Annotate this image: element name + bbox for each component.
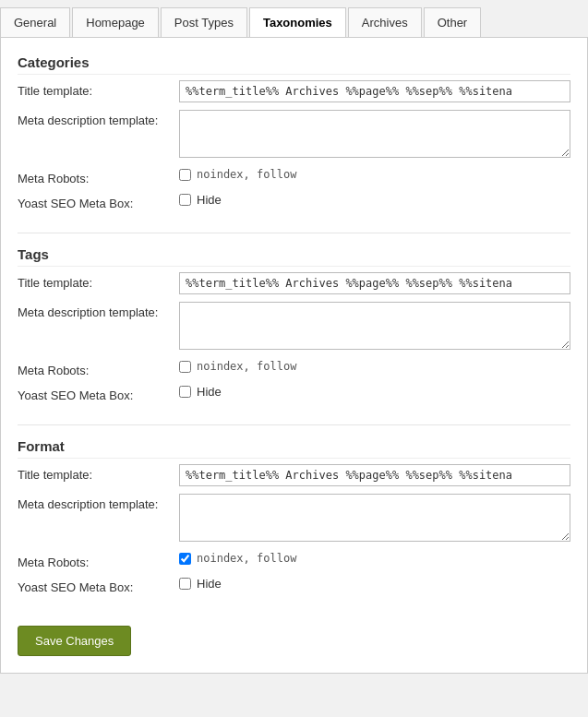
format-yoast-hide-label: Hide	[197, 577, 222, 591]
categories-title-template-label: Title template:	[18, 80, 179, 98]
categories-meta-robots-checkbox[interactable]	[179, 169, 191, 181]
categories-meta-desc-label: Meta description template:	[18, 110, 179, 127]
tags-meta-desc-row: Meta description template:	[18, 302, 570, 353]
categories-meta-robots-row: Meta Robots: noindex, follow	[18, 168, 570, 185]
categories-meta-desc-control	[179, 110, 570, 161]
format-meta-desc-label: Meta description template:	[18, 494, 179, 511]
section-categories: Categories Title template: Meta descript…	[18, 54, 570, 210]
tags-yoast-control: Hide	[179, 385, 570, 399]
tab-taxonomies[interactable]: Taxonomies	[249, 7, 346, 37]
format-yoast-control: Hide	[179, 577, 570, 591]
categories-meta-desc-textarea[interactable]	[179, 110, 570, 158]
section-tags: Tags Title template: Meta description te…	[18, 246, 570, 402]
categories-meta-robots-label: Meta Robots:	[18, 168, 179, 185]
tags-yoast-label: Yoast SEO Meta Box:	[18, 385, 179, 402]
tags-yoast-checkbox[interactable]	[179, 386, 191, 398]
tags-meta-robots-checkbox[interactable]	[179, 361, 191, 373]
tab-archives[interactable]: Archives	[348, 7, 422, 37]
categories-yoast-checkbox[interactable]	[179, 194, 191, 206]
format-meta-desc-textarea[interactable]	[179, 494, 570, 542]
tags-title-template-control	[179, 272, 570, 294]
format-yoast-label: Yoast SEO Meta Box:	[18, 577, 179, 594]
tab-bar: General Homepage Post Types Taxonomies A…	[0, 0, 588, 38]
format-title-template-label: Title template:	[18, 464, 179, 482]
tags-yoast-row: Yoast SEO Meta Box: Hide	[18, 385, 570, 402]
format-title-template-input[interactable]	[179, 464, 570, 486]
categories-yoast-row: Yoast SEO Meta Box: Hide	[18, 193, 570, 210]
format-meta-robots-checkbox[interactable]	[179, 553, 191, 565]
format-title-template-row: Title template:	[18, 464, 570, 486]
tab-other[interactable]: Other	[424, 7, 482, 37]
categories-title-template-row: Title template:	[18, 80, 570, 102]
categories-meta-desc-row: Meta description template:	[18, 110, 570, 161]
tags-title-template-input[interactable]	[179, 272, 570, 294]
format-meta-robots-value: noindex, follow	[197, 552, 296, 565]
save-changes-button[interactable]: Save Changes	[18, 626, 131, 656]
format-yoast-row: Yoast SEO Meta Box: Hide	[18, 577, 570, 594]
categories-meta-robots-control: noindex, follow	[179, 168, 570, 181]
tab-homepage[interactable]: Homepage	[72, 7, 159, 37]
format-meta-robots-control: noindex, follow	[179, 552, 570, 565]
format-meta-desc-control	[179, 494, 570, 544]
format-meta-robots-row: Meta Robots: noindex, follow	[18, 552, 570, 569]
tags-meta-desc-label: Meta description template:	[18, 302, 179, 319]
categories-yoast-control: Hide	[179, 193, 570, 207]
section-format-title: Format	[18, 438, 570, 459]
tags-meta-robots-value: noindex, follow	[197, 360, 296, 373]
divider-1	[18, 233, 570, 233]
categories-yoast-label: Yoast SEO Meta Box:	[18, 193, 179, 210]
section-format: Format Title template: Meta description …	[18, 438, 570, 594]
categories-title-template-control	[179, 80, 570, 102]
tags-meta-desc-control	[179, 302, 570, 353]
format-title-template-control	[179, 464, 570, 486]
tags-title-template-label: Title template:	[18, 272, 179, 290]
tags-meta-robots-row: Meta Robots: noindex, follow	[18, 360, 570, 377]
section-tags-title: Tags	[18, 246, 570, 267]
tags-meta-desc-textarea[interactable]	[179, 302, 570, 350]
main-content: Categories Title template: Meta descript…	[0, 38, 588, 674]
format-yoast-checkbox[interactable]	[179, 578, 191, 590]
categories-yoast-hide-label: Hide	[197, 193, 222, 207]
tags-meta-robots-label: Meta Robots:	[18, 360, 179, 377]
format-meta-robots-label: Meta Robots:	[18, 552, 179, 569]
tags-meta-robots-control: noindex, follow	[179, 360, 570, 373]
divider-2	[18, 424, 570, 425]
tab-general[interactable]: General	[0, 7, 70, 37]
section-categories-title: Categories	[18, 54, 570, 75]
tags-title-template-row: Title template:	[18, 272, 570, 294]
tab-post-types[interactable]: Post Types	[161, 7, 247, 37]
format-meta-desc-row: Meta description template:	[18, 494, 570, 544]
tags-yoast-hide-label: Hide	[197, 385, 222, 399]
categories-title-template-input[interactable]	[179, 80, 570, 102]
categories-meta-robots-value: noindex, follow	[197, 168, 296, 181]
